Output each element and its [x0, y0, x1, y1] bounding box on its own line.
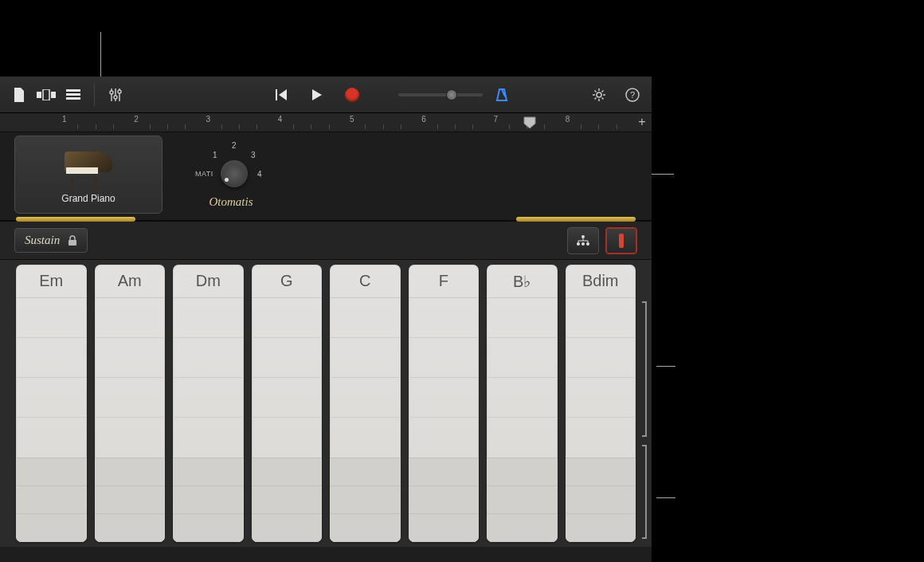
chord-bass-row[interactable]	[16, 486, 87, 514]
metronome-button[interactable]	[491, 84, 513, 106]
chord-row[interactable]	[487, 378, 558, 418]
chord-bass-row[interactable]	[95, 486, 166, 514]
chord-row[interactable]	[252, 298, 323, 338]
chord-row[interactable]	[409, 418, 480, 458]
chord-row[interactable]	[409, 298, 480, 338]
chord-bass-row[interactable]	[173, 486, 244, 514]
chord-bass-row[interactable]	[487, 486, 558, 514]
chord-row[interactable]	[252, 338, 323, 378]
chord-mode-button[interactable]	[567, 227, 599, 254]
chord-lower-segment[interactable]	[252, 458, 323, 542]
chord-strip[interactable]: B♭	[487, 265, 558, 542]
chord-row[interactable]	[330, 418, 401, 458]
chord-strip[interactable]: Am	[95, 265, 166, 542]
playhead-icon[interactable]	[523, 116, 536, 129]
chord-row[interactable]	[330, 378, 401, 418]
chord-strip[interactable]: Bdim	[566, 265, 636, 542]
chord-row[interactable]	[95, 338, 166, 378]
chord-upper-segment[interactable]	[95, 298, 166, 458]
chord-strip[interactable]: G	[252, 265, 323, 542]
chord-bass-row[interactable]	[95, 514, 166, 542]
chord-row[interactable]	[173, 378, 244, 418]
chord-row[interactable]	[566, 378, 636, 418]
chord-strip[interactable]: F	[409, 265, 480, 542]
track-controls-button[interactable]	[104, 84, 127, 106]
help-button[interactable]: ?	[621, 84, 644, 106]
my-songs-button[interactable]	[8, 84, 30, 106]
chord-row[interactable]	[16, 418, 87, 458]
chord-lower-segment[interactable]	[16, 458, 87, 542]
record-button[interactable]	[341, 84, 363, 106]
chord-bass-row[interactable]	[173, 514, 244, 542]
chord-row[interactable]	[95, 378, 166, 418]
timeline-ruler[interactable]: 12345678	[59, 113, 634, 132]
chord-bass-row[interactable]	[252, 458, 323, 486]
chord-lower-segment[interactable]	[409, 458, 480, 542]
go-to-start-button[interactable]	[271, 84, 293, 106]
track-header[interactable]: Grand Piano	[14, 136, 162, 214]
chord-row[interactable]	[409, 378, 480, 418]
chord-bass-row[interactable]	[252, 486, 323, 514]
chord-lower-segment[interactable]	[330, 458, 401, 542]
chord-row[interactable]	[173, 338, 244, 378]
chord-strip[interactable]: Dm	[173, 265, 244, 542]
chord-bass-row[interactable]	[566, 514, 636, 542]
chord-row[interactable]	[16, 338, 87, 378]
chord-row[interactable]	[409, 338, 480, 378]
chord-row[interactable]	[16, 378, 87, 418]
chord-row[interactable]	[566, 338, 636, 378]
volume-slider[interactable]	[398, 93, 483, 96]
chord-bass-row[interactable]	[173, 458, 244, 486]
chord-bass-row[interactable]	[95, 458, 166, 486]
chord-bass-row[interactable]	[330, 486, 401, 514]
sustain-button[interactable]: Sustain	[14, 228, 88, 253]
chord-bass-row[interactable]	[252, 514, 323, 542]
chord-bass-row[interactable]	[16, 458, 87, 486]
chord-bass-row[interactable]	[487, 458, 558, 486]
chord-bass-row[interactable]	[330, 458, 401, 486]
chord-bass-row[interactable]	[409, 514, 480, 542]
chord-upper-segment[interactable]	[16, 298, 87, 458]
instrument-browser-button[interactable]	[35, 84, 57, 106]
chord-lower-segment[interactable]	[95, 458, 166, 542]
autoplay-knob[interactable]	[221, 160, 248, 187]
song-settings-button[interactable]	[588, 84, 610, 106]
chord-bass-row[interactable]	[566, 486, 636, 514]
chord-lower-segment[interactable]	[566, 458, 636, 542]
note-mode-button[interactable]	[605, 227, 637, 254]
chord-row[interactable]	[95, 298, 166, 338]
chord-row[interactable]	[252, 418, 323, 458]
chord-bass-row[interactable]	[566, 458, 636, 486]
chord-strip[interactable]: Em	[16, 265, 87, 542]
volume-thumb[interactable]	[446, 89, 457, 100]
chord-strip[interactable]: C	[330, 265, 401, 542]
chord-lower-segment[interactable]	[173, 458, 244, 542]
chord-row[interactable]	[566, 298, 636, 338]
chord-bass-row[interactable]	[330, 514, 401, 542]
chord-upper-segment[interactable]	[409, 298, 480, 458]
chord-lower-segment[interactable]	[487, 458, 558, 542]
chord-upper-segment[interactable]	[173, 298, 244, 458]
chord-row[interactable]	[173, 298, 244, 338]
add-section-button[interactable]: +	[636, 116, 648, 129]
chord-row[interactable]	[252, 378, 323, 418]
chord-row[interactable]	[330, 338, 401, 378]
chord-row[interactable]	[330, 298, 401, 338]
play-button[interactable]	[306, 84, 328, 106]
chord-row[interactable]	[487, 418, 558, 458]
chord-row[interactable]	[95, 418, 166, 458]
chord-upper-segment[interactable]	[252, 298, 323, 458]
chord-upper-segment[interactable]	[566, 298, 636, 458]
tracks-view-button[interactable]	[62, 84, 84, 106]
chord-row[interactable]	[487, 338, 558, 378]
chord-bass-row[interactable]	[16, 514, 87, 542]
chord-upper-segment[interactable]	[330, 298, 401, 458]
chord-bass-row[interactable]	[409, 458, 480, 486]
chord-bass-row[interactable]	[409, 486, 480, 514]
chord-row[interactable]	[487, 298, 558, 338]
chord-row[interactable]	[566, 418, 636, 458]
chord-upper-segment[interactable]	[487, 298, 558, 458]
chord-row[interactable]	[16, 298, 87, 338]
chord-bass-row[interactable]	[487, 514, 558, 542]
chord-row[interactable]	[173, 418, 244, 458]
